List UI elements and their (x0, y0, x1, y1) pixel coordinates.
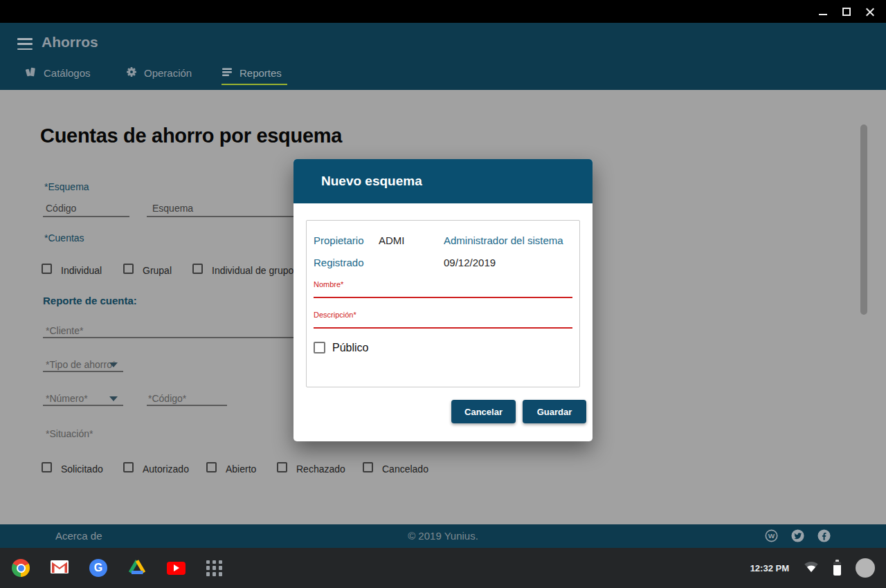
active-tab-underline (222, 84, 287, 85)
gmail-icon[interactable] (51, 560, 69, 576)
nombre-input-underline (314, 297, 572, 298)
clock[interactable]: 12:32 PM (750, 563, 789, 573)
save-button[interactable]: Guardar (523, 400, 586, 423)
propietario-code: ADMI (379, 235, 405, 246)
modal-title: Nuevo esquema (293, 159, 593, 203)
modal-card: Propietario ADMI Administrador del siste… (306, 220, 580, 387)
taskbar-apps: G (12, 548, 222, 588)
close-icon[interactable] (865, 7, 875, 17)
google-icon[interactable]: G (89, 559, 107, 577)
nav-item-catalogos[interactable]: Catálogos (26, 66, 91, 80)
copyright-text: © 2019 Yunius. (0, 530, 886, 542)
wifi-icon[interactable] (804, 560, 819, 576)
footer: Acerca de © 2019 Yunius. W (0, 524, 886, 548)
descripcion-input[interactable] (314, 319, 572, 327)
nav-label: Operación (144, 67, 192, 79)
avatar[interactable] (856, 558, 875, 578)
taskbar-status-area: 12:32 PM (750, 548, 875, 588)
nav-item-reportes[interactable]: Reportes (222, 66, 282, 80)
youtube-icon[interactable] (167, 562, 186, 575)
cancel-button[interactable]: Cancelar (451, 400, 516, 423)
app-header: Ahorros Catálogos (0, 23, 886, 90)
gear-icon (126, 66, 137, 80)
chrome-icon[interactable] (12, 559, 30, 577)
window-titlebar (0, 0, 886, 23)
svg-text:W: W (768, 532, 775, 540)
facebook-icon[interactable] (817, 529, 831, 542)
nav-item-operacion[interactable]: Operación (126, 66, 192, 80)
apps-grid-icon[interactable] (206, 560, 222, 576)
footer-social-icons: W (765, 529, 831, 542)
wordpress-icon[interactable]: W (765, 529, 778, 542)
report-list-icon (222, 66, 233, 80)
registrado-label: Registrado (314, 257, 364, 268)
taskbar: G 12:32 PM (0, 548, 886, 588)
window-controls (818, 0, 875, 23)
propietario-name: Administrador del sistema (444, 235, 563, 246)
twitter-icon[interactable] (791, 529, 804, 542)
nombre-field-label: Nombre* (314, 280, 343, 288)
drive-icon[interactable] (128, 559, 146, 578)
descripcion-field-label: Descripción* (314, 311, 356, 319)
app-title: Ahorros (42, 34, 98, 50)
catalog-icon (26, 66, 37, 80)
checkbox-publico[interactable] (314, 342, 325, 353)
maximize-icon[interactable] (842, 7, 851, 17)
nav-label: Reportes (239, 67, 282, 79)
registrado-value: 09/12/2019 (444, 257, 496, 268)
modal-header: Nuevo esquema (293, 159, 593, 203)
publico-label: Público (332, 342, 368, 354)
screen: Ahorros Catálogos (0, 0, 886, 588)
hamburger-icon[interactable] (17, 38, 33, 50)
page-content: Cuentas de ahorro por esquema *Esquema C… (0, 90, 886, 524)
modal-nuevo-esquema: Nuevo esquema Propietario ADMI Administr… (293, 159, 593, 441)
battery-icon[interactable] (833, 562, 841, 576)
nav-label: Catálogos (44, 67, 91, 79)
minimize-icon[interactable] (818, 7, 828, 17)
nombre-input[interactable] (314, 288, 572, 297)
propietario-label: Propietario (314, 235, 364, 246)
descripcion-input-underline (314, 327, 572, 329)
